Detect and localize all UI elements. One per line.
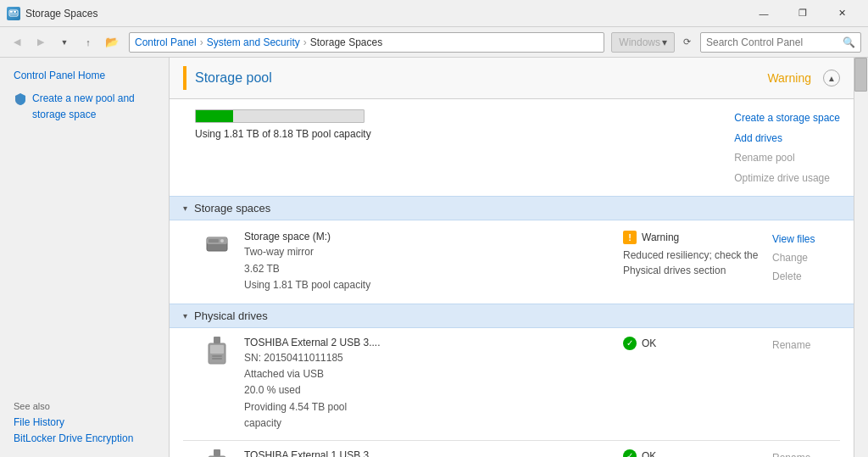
svg-rect-10 (212, 355, 222, 357)
see-also-section: See also File History BitLocker Drive En… (14, 401, 155, 447)
physical-drives-section-title: Physical drives (194, 309, 268, 322)
pool-warning: Warning ▲ (767, 70, 840, 86)
usb-drive-icon-2 (203, 449, 231, 457)
drive-2-actions: Rename (772, 449, 840, 457)
usb-drive-icon-1 (203, 337, 231, 371)
close-button[interactable]: ✕ (822, 0, 861, 27)
sidebar-bitlocker-link[interactable]: BitLocker Drive Encryption (14, 432, 133, 444)
svg-rect-1 (10, 11, 13, 13)
drive-1-providing: Providing 4.54 TB pool (244, 399, 609, 415)
drive-1-actions: Rename (772, 337, 840, 355)
drive-1-status: ✓ OK (623, 337, 759, 354)
search-box[interactable]: 🔍 (700, 32, 861, 53)
breadcrumb[interactable]: Control Panel › System and Security › St… (129, 32, 604, 53)
breadcrumb-control-panel[interactable]: Control Panel (135, 36, 197, 48)
drive-item-1: TOSHIBA External 2 USB 3.... SN: 2015041… (170, 328, 854, 440)
pool-color-indicator (183, 66, 186, 90)
drive-2-status-label: OK (642, 450, 656, 457)
storage-spaces-collapse-arrow[interactable]: ▾ (183, 203, 187, 213)
drive-1-sn: SN: 20150411011185 (244, 350, 609, 366)
svg-rect-7 (209, 239, 219, 242)
warning-text: Warning (767, 71, 811, 85)
sidebar-home-link[interactable]: Control Panel Home (14, 68, 155, 84)
app-icon (7, 7, 20, 20)
windows-dropdown[interactable]: Windows ▾ (611, 32, 675, 53)
pool-capacity: Using 1.81 TB of 8.18 TB pool capacity C… (170, 99, 854, 196)
physical-drives-collapse-arrow[interactable]: ▾ (183, 311, 187, 320)
drive-2-rename-link[interactable]: Rename (772, 452, 810, 457)
storage-space-status-desc-1: Reduced resiliency; check the (623, 248, 759, 263)
dropdown-arrow: ▾ (662, 36, 667, 48)
storage-space-status: ! Warning Reduced resiliency; check the … (623, 231, 759, 278)
delete-link[interactable]: Delete (772, 270, 802, 282)
drive-2-status-row: ✓ OK (623, 449, 759, 457)
drive-1-rename-link[interactable]: Rename (772, 339, 810, 351)
capacity-progress-bar (195, 109, 364, 123)
storage-space-size: 3.62 TB (244, 261, 609, 277)
up-button[interactable]: ↑ (78, 32, 98, 53)
search-icon: 🔍 (843, 36, 855, 48)
dropdown-button[interactable]: ▼ (54, 32, 75, 53)
optimize-drive-link[interactable]: Optimize drive usage (734, 170, 840, 188)
drive-1-connection: Attached via USB (244, 366, 609, 382)
storage-space-name: Storage space (M:) (244, 231, 609, 242)
svg-rect-3 (10, 14, 17, 14)
search-input[interactable] (706, 36, 843, 48)
physical-drives-section-header: ▾ Physical drives (170, 304, 854, 328)
drive-1-status-label: OK (642, 337, 656, 349)
forward-button[interactable]: ▶ (31, 32, 51, 53)
ok-icon-1: ✓ (623, 337, 637, 350)
capacity-info: Using 1.81 TB of 8.18 TB pool capacity (195, 109, 717, 187)
pool-collapse-button[interactable]: ▲ (823, 70, 840, 86)
storage-spaces-section-header: ▾ Storage spaces (170, 196, 854, 220)
refresh-button[interactable]: ⟳ (676, 32, 697, 53)
capacity-text: Using 1.81 TB of 8.18 TB pool capacity (195, 128, 717, 140)
storage-spaces-section-title: Storage spaces (194, 202, 270, 215)
folder-icon: 📂 (102, 32, 122, 53)
breadcrumb-sep-1: › (200, 36, 203, 48)
pool-title: Storage pool (195, 70, 767, 86)
breadcrumb-current: Storage Spaces (310, 36, 382, 48)
drive-2-status: ✓ OK (623, 449, 759, 457)
drive-1-name: TOSHIBA External 2 USB 3.... (244, 337, 609, 348)
window-title: Storage Spaces (25, 8, 744, 20)
sidebar-create-link[interactable]: Create a new pool and storage space (32, 91, 155, 123)
add-drives-link[interactable]: Add drives (734, 130, 840, 148)
storage-space-status-label: Warning (642, 231, 679, 243)
see-also-title: See also (14, 401, 155, 411)
window-controls: — ❐ ✕ (744, 0, 861, 27)
content-area: Storage pool Warning ▲ Using 1.81 TB of … (170, 58, 854, 457)
scrollbar-track (854, 58, 868, 457)
change-link[interactable]: Change (772, 252, 808, 264)
pool-header: Storage pool Warning ▲ (170, 58, 854, 99)
drive-2-name: TOSHIBA External 1 USB 3.... (244, 449, 609, 457)
drive-1-used: 20.0 % used (244, 382, 609, 398)
storage-space-drive-icon (203, 231, 231, 258)
restore-button[interactable]: ❐ (783, 0, 822, 27)
warning-triangle-icon: ! (623, 231, 637, 244)
storage-space-status-row: ! Warning (623, 231, 759, 244)
drive-1-details: TOSHIBA External 2 USB 3.... SN: 2015041… (244, 337, 609, 432)
drive-1-providing2: capacity (244, 415, 609, 432)
storage-space-details: Storage space (M:) Two-way mirror 3.62 T… (244, 231, 609, 293)
titlebar: Storage Spaces — ❐ ✕ (0, 0, 868, 27)
sidebar-file-history-link[interactable]: File History (14, 416, 64, 428)
create-storage-space-link[interactable]: Create a storage space (734, 109, 840, 128)
main-layout: Control Panel Home Create a new pool and… (0, 58, 868, 457)
sidebar-create-link-container: Create a new pool and storage space (14, 91, 155, 123)
breadcrumb-system-security[interactable]: System and Security (207, 36, 300, 48)
breadcrumb-sep-2: › (303, 36, 307, 48)
shield-icon (14, 92, 27, 106)
minimize-button[interactable]: — (744, 0, 783, 27)
storage-space-type: Two-way mirror (244, 244, 609, 260)
storage-space-item: Storage space (M:) Two-way mirror 3.62 T… (170, 220, 854, 304)
sidebar: Control Panel Home Create a new pool and… (0, 58, 170, 457)
collapse-icon: ▲ (827, 74, 836, 83)
rename-pool-link[interactable]: Rename pool (734, 149, 840, 168)
svg-rect-12 (214, 337, 220, 343)
back-button[interactable]: ◀ (7, 32, 27, 53)
navbar: ◀ ▶ ▼ ↑ 📂 Control Panel › System and Sec… (0, 27, 868, 58)
storage-space-actions: View files Change Delete (772, 231, 840, 286)
scrollbar-thumb[interactable] (854, 58, 867, 92)
view-files-link[interactable]: View files (772, 233, 815, 245)
